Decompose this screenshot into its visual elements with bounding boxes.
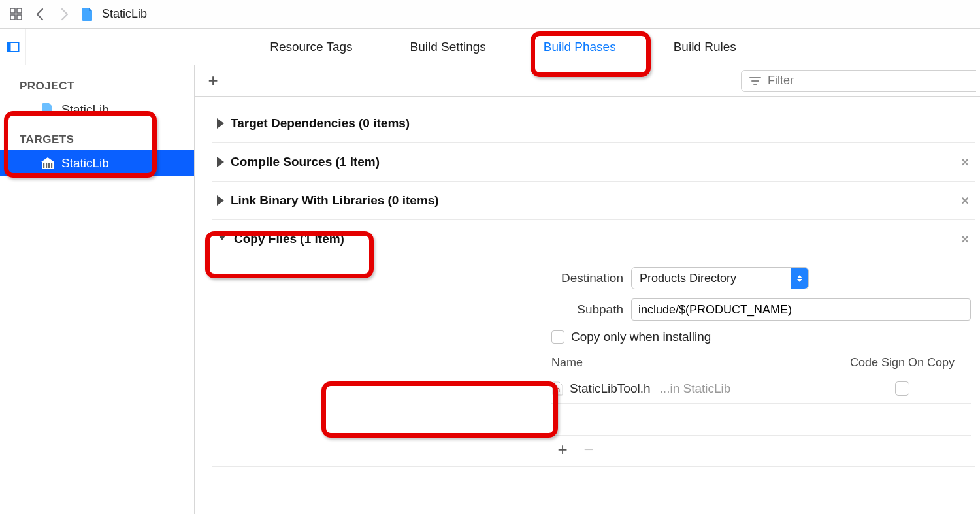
project-doc-icon bbox=[81, 7, 94, 22]
subpath-label: Subpath bbox=[212, 302, 631, 317]
select-stepper-icon bbox=[791, 268, 808, 289]
editor-tabbar: Resource Tags Build Settings Build Phase… bbox=[0, 29, 980, 65]
remove-phase-button[interactable]: × bbox=[958, 232, 972, 246]
codesign-checkbox[interactable] bbox=[895, 381, 909, 396]
remove-phase-button[interactable]: × bbox=[958, 155, 972, 169]
phase-title: Target Dependencies (0 items) bbox=[231, 116, 410, 131]
svg-rect-2 bbox=[10, 15, 15, 20]
disclosure-down-icon bbox=[217, 233, 227, 246]
remove-phase-button[interactable]: × bbox=[958, 193, 972, 208]
navigator-grid-icon[interactable] bbox=[9, 7, 24, 22]
project-sidebar: PROJECT StaticLib TARGETS St bbox=[0, 65, 195, 514]
phase-compile-sources[interactable]: Compile Sources (1 item) × bbox=[212, 143, 975, 182]
back-button[interactable] bbox=[31, 6, 48, 23]
codesign-column-header: Code Sign On Copy bbox=[834, 356, 971, 370]
svg-rect-0 bbox=[10, 8, 15, 13]
library-target-icon bbox=[41, 156, 55, 170]
project-file-icon bbox=[41, 103, 55, 117]
disclosure-icon bbox=[217, 157, 224, 167]
phase-title: Compile Sources (1 item) bbox=[231, 155, 380, 169]
file-name: StaticLibTool.h bbox=[570, 381, 651, 396]
tab-build-settings[interactable]: Build Settings bbox=[408, 36, 489, 58]
copy-only-label: Copy only when installing bbox=[571, 330, 711, 344]
sidebar-target-item[interactable]: StaticLib bbox=[0, 150, 194, 176]
phases-toolbar: + bbox=[195, 65, 980, 97]
destination-label: Destination bbox=[212, 271, 631, 285]
sidebar-project-item[interactable]: StaticLib bbox=[0, 97, 194, 123]
tab-build-rules[interactable]: Build Rules bbox=[671, 36, 739, 58]
phase-title: Copy Files (1 item) bbox=[234, 232, 344, 246]
editor-content: + Target Dependencies (0 items) bbox=[195, 65, 980, 514]
file-row[interactable]: h StaticLibTool.h ...in StaticLib bbox=[551, 374, 971, 404]
add-phase-button[interactable]: + bbox=[204, 72, 222, 90]
editor-tabs: Resource Tags Build Settings Build Phase… bbox=[26, 29, 980, 65]
filter-input[interactable] bbox=[768, 74, 970, 88]
destination-select[interactable]: Products Directory bbox=[631, 267, 809, 289]
sidebar-project-label: StaticLib bbox=[61, 103, 109, 117]
top-toolbar: StaticLib bbox=[0, 0, 980, 29]
tab-resource-tags[interactable]: Resource Tags bbox=[267, 36, 355, 58]
copy-only-row: Copy only when installing bbox=[212, 330, 975, 344]
svg-rect-3 bbox=[17, 15, 22, 20]
add-file-button[interactable]: + bbox=[554, 442, 571, 458]
remove-file-button[interactable]: − bbox=[580, 442, 597, 458]
files-table-header: Name Code Sign On Copy bbox=[551, 356, 971, 374]
sidebar-target-label: StaticLib bbox=[61, 156, 109, 170]
file-location: ...in StaticLib bbox=[660, 381, 731, 396]
svg-rect-9 bbox=[51, 163, 52, 168]
disclosure-icon bbox=[217, 118, 224, 129]
svg-rect-6 bbox=[43, 163, 44, 168]
filter-field[interactable] bbox=[741, 70, 976, 92]
forward-button[interactable] bbox=[56, 6, 73, 23]
copy-files-body: Destination Products Directory Subpath C… bbox=[212, 258, 975, 467]
targets-section-header: TARGETS bbox=[0, 129, 194, 150]
phase-target-dependencies[interactable]: Target Dependencies (0 items) bbox=[212, 104, 975, 143]
svg-text:h: h bbox=[556, 385, 561, 394]
destination-row: Destination Products Directory bbox=[212, 267, 975, 289]
phase-title: Link Binary With Libraries (0 items) bbox=[231, 193, 439, 208]
phase-link-binary[interactable]: Link Binary With Libraries (0 items) × bbox=[212, 182, 975, 220]
filter-icon bbox=[748, 74, 762, 88]
project-title: StaticLib bbox=[102, 7, 147, 21]
subpath-input[interactable] bbox=[631, 298, 971, 321]
svg-rect-7 bbox=[46, 163, 47, 168]
phase-copy-files[interactable]: Copy Files (1 item) × bbox=[212, 220, 975, 258]
name-column-header: Name bbox=[551, 356, 834, 370]
build-phases-list: Target Dependencies (0 items) Compile So… bbox=[195, 97, 980, 467]
svg-rect-5 bbox=[7, 42, 10, 52]
svg-rect-1 bbox=[17, 8, 22, 13]
copy-only-checkbox[interactable] bbox=[551, 330, 564, 344]
disclosure-icon bbox=[217, 195, 224, 206]
svg-rect-8 bbox=[48, 163, 50, 168]
destination-value: Products Directory bbox=[640, 272, 736, 285]
copy-files-table: Name Code Sign On Copy h StaticLibTool bbox=[551, 356, 971, 464]
tab-build-phases[interactable]: Build Phases bbox=[541, 36, 619, 58]
header-file-icon: h bbox=[551, 381, 564, 396]
subpath-row: Subpath bbox=[212, 298, 975, 321]
sidebar-toggle-button[interactable] bbox=[0, 29, 26, 65]
files-footer: + − bbox=[551, 435, 971, 464]
project-section-header: PROJECT bbox=[0, 76, 194, 97]
